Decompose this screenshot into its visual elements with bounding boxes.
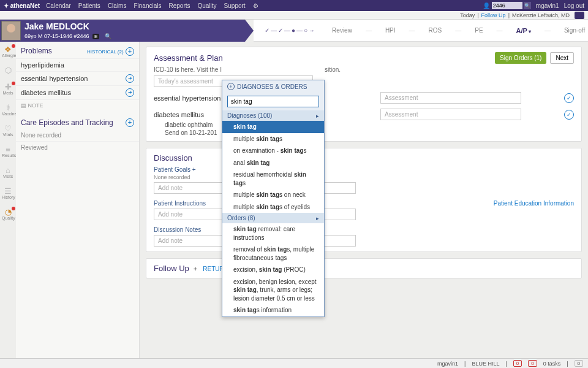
suggestion-option[interactable]: excision, skin tag (PROC)	[222, 264, 324, 276]
discussion-title: Discussion	[154, 153, 574, 163]
step-hpi[interactable]: HPI	[385, 27, 396, 34]
progress-dots: ✓—✓—●—○→	[265, 27, 316, 34]
add-goal-icon[interactable]: +	[192, 166, 196, 173]
assessment-input[interactable]: Assessment	[380, 92, 521, 104]
footer-count-1[interactable]: 0	[513, 360, 522, 367]
suggestion-option[interactable]: skin tags information	[222, 304, 324, 316]
assessment-input[interactable]: Assessment	[380, 109, 521, 120]
care-reviewed: Reviewed	[16, 141, 139, 153]
magnify-icon[interactable]: 🔍	[105, 33, 111, 39]
add-episode-icon[interactable]: +	[126, 118, 134, 127]
rail-item-visits[interactable]: ⌂Visits	[2, 166, 14, 178]
step-signoff[interactable]: Sign-off	[564, 27, 585, 34]
rail-icon: ⌂	[2, 166, 14, 174]
nav-financials[interactable]: Financials	[134, 2, 161, 9]
check-icon[interactable]: ✓	[564, 93, 574, 103]
suggestion-option[interactable]: multiple skin tags	[222, 133, 324, 145]
rail-icon: ◔	[2, 208, 14, 216]
rail-item-allergies[interactable]: ❖Allergies	[2, 45, 14, 58]
rail-icon: ⚕	[2, 104, 14, 112]
problem-item[interactable]: hyperlipidemia	[16, 58, 139, 71]
context-menu-icon[interactable]	[575, 12, 584, 19]
suggestion-option[interactable]: anal skin tag	[222, 157, 324, 169]
rail-item-icon[interactable]: ⬡	[2, 66, 14, 74]
rail-icon: ♡	[2, 125, 14, 132]
discussion-notes-label: Discussion Notes	[154, 226, 574, 233]
suggestion-option[interactable]: multiple skin tags on neck	[222, 189, 324, 201]
step-pe[interactable]: PE	[475, 27, 483, 34]
context-followup[interactable]: Follow Up	[481, 12, 506, 18]
rail-item-vitals[interactable]: ♡Vitals	[2, 125, 14, 137]
add-followup-icon[interactable]: +	[194, 265, 197, 272]
next-button[interactable]: Next	[550, 52, 574, 64]
rail-icon: ❖	[2, 45, 14, 53]
add-problem-icon[interactable]: +	[126, 47, 134, 56]
context-bar: Today | Follow Up | McKenzie Leftwich, M…	[0, 11, 588, 20]
problem-item[interactable]: essential hypertension➜	[16, 71, 139, 85]
problem-item[interactable]: diabetes mellitus➜	[16, 85, 139, 99]
rail-item-quality[interactable]: ◔Quality	[2, 208, 14, 220]
nav-support[interactable]: Support	[224, 2, 246, 9]
problems-panel: Problems HISTORICAL (2) + hyperlipidemia…	[16, 42, 140, 358]
goals-none: None recorded	[154, 174, 574, 180]
rail-item-meds[interactable]: ✚Meds	[2, 83, 14, 95]
assessment-card: Assessment & Plan Sign Orders (1) Next I…	[146, 47, 582, 142]
person-icon: 👤	[483, 2, 490, 9]
nav-quality[interactable]: Quality	[197, 2, 216, 9]
brand-logo[interactable]: ✦ athenaNet	[4, 2, 40, 9]
suggestion-option[interactable]: skin tag	[222, 121, 324, 133]
plus-circle-icon[interactable]: +	[227, 83, 235, 90]
rail-item-results[interactable]: ≡Results	[2, 145, 14, 158]
footer-location: BLUE HILL	[472, 361, 499, 367]
avatar[interactable]	[1, 21, 21, 40]
note-link[interactable]: ▤ NOTE	[16, 99, 139, 111]
patient-goals-label: Patient Goals	[154, 166, 190, 173]
step-ap[interactable]: A/P	[516, 27, 531, 34]
popup-header: + DIAGNOSES & ORDERS	[222, 80, 324, 93]
orders-group-header[interactable]: Orders (8)▸	[222, 213, 324, 223]
rail-icon: ⬡	[2, 66, 14, 74]
historical-link[interactable]: HISTORICAL (2)	[87, 49, 124, 55]
suggestion-option[interactable]: skin tag removal: care instructions	[222, 223, 324, 243]
nav-claims[interactable]: Claims	[108, 2, 127, 9]
discussion-card: Discussion Patient Goals + None recorded…	[146, 148, 582, 252]
push-icon[interactable]: ➜	[126, 88, 134, 97]
rail-item-vaccines[interactable]: ⚕Vaccines	[2, 104, 14, 116]
nav-reports[interactable]: Reports	[168, 2, 190, 9]
nav-links: Calendar Patients Claims Financials Repo…	[46, 2, 246, 9]
suggestion-option[interactable]: residual hemorrhoidal skin tags	[222, 169, 324, 189]
rail-icon: ≡	[2, 145, 14, 153]
nav-calendar[interactable]: Calendar	[46, 2, 71, 9]
gear-icon[interactable]: ⚙	[253, 2, 258, 9]
step-review[interactable]: Review	[332, 27, 352, 34]
rail-item-history[interactable]: ☰History	[2, 187, 14, 199]
patient-education-link[interactable]: Patient Education Information	[494, 200, 574, 207]
user-label[interactable]: mgavin1	[536, 2, 559, 9]
patient-search-input[interactable]	[492, 2, 522, 9]
suggestion-option[interactable]: multiple skin tags of eyelids	[222, 201, 324, 213]
suggestion-option[interactable]: on examination - skin tags	[222, 145, 324, 157]
diagnosis-search-input[interactable]	[227, 96, 319, 107]
suggestion-option[interactable]: excision, benign lesion, except skin tag…	[222, 276, 324, 305]
logout-link[interactable]: Log out	[564, 2, 584, 9]
problems-title: Problems	[21, 47, 52, 55]
sign-orders-button[interactable]: Sign Orders (1)	[495, 52, 546, 64]
diagnoses-group-header[interactable]: Diagnoses (100)▸	[222, 110, 324, 121]
chevron-right-icon: ▸	[316, 113, 319, 119]
footer-count-2[interactable]: 0	[528, 360, 537, 367]
footer-inbox[interactable]: 0	[575, 360, 583, 367]
patient-badge: E	[92, 34, 99, 39]
assessment-title: Assessment & Plan	[154, 53, 223, 63]
rail-icon: ✚	[2, 83, 14, 91]
check-icon[interactable]: ✓	[564, 110, 574, 120]
push-icon[interactable]: ➜	[126, 74, 134, 83]
footer-tasks[interactable]: 0 tasks	[543, 361, 561, 367]
nav-patients[interactable]: Patients	[78, 2, 100, 9]
patient-name[interactable]: Jake MEDLOCK	[24, 22, 111, 31]
icon-rail: ❖Allergies⬡✚Meds⚕Vaccines♡Vitals≡Results…	[0, 42, 16, 358]
step-ros[interactable]: ROS	[429, 27, 442, 34]
top-nav: ✦ athenaNet Calendar Patients Claims Fin…	[0, 0, 588, 11]
footer-user: mgavin1	[437, 361, 458, 367]
search-icon[interactable]: 🔍	[524, 2, 531, 9]
suggestion-option[interactable]: removal of skin tags, multiple fibrocuta…	[222, 243, 324, 264]
